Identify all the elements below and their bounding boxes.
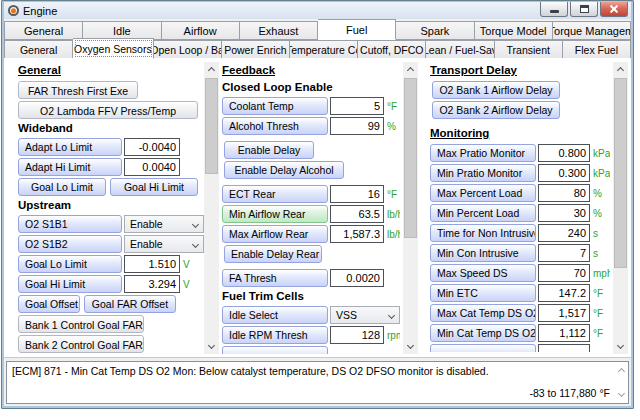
enable-delay-alcohol-button[interactable]: Enable Delay Alcohol: [224, 161, 344, 179]
bank2-control-goal-far-button[interactable]: Bank 2 Control Goal FAR: [18, 335, 144, 353]
min-percent-load-value[interactable]: 30: [538, 204, 590, 222]
max-airflow-rear-button[interactable]: Max Airflow Rear: [222, 225, 328, 243]
tab-transient[interactable]: Transient: [495, 40, 563, 59]
min-etc-button[interactable]: Min ETC: [430, 284, 536, 302]
max-cat-temp-ds-o2-button[interactable]: Max Cat Temp DS O2: [430, 304, 536, 322]
max-percent-load-value[interactable]: 80: [538, 184, 590, 202]
goal-lo-limit-value[interactable]: 1.510: [124, 255, 180, 273]
tab-exhaust[interactable]: Exhaust: [240, 21, 318, 40]
max-speed-ds-button[interactable]: Max Speed DS: [430, 264, 536, 282]
goal-hi-limit-value[interactable]: 3.294: [124, 275, 180, 293]
right-panel-scrollbar[interactable]: [613, 62, 628, 354]
enable-delay-button[interactable]: Enable Delay: [224, 141, 314, 159]
clipped-field-button[interactable]: [222, 346, 328, 354]
idle-select-button[interactable]: Idle Select: [222, 306, 328, 324]
o2-bank2-airflow-delay-button[interactable]: O2 Bank 2 Airflow Delay: [432, 101, 560, 119]
scroll-down-button[interactable]: [204, 339, 219, 354]
tab-fuel-general[interactable]: General: [4, 40, 73, 59]
min-airflow-rear-value[interactable]: 63.5: [330, 205, 384, 223]
adapt-lo-limit-button[interactable]: Adapt Lo Limit: [18, 138, 122, 156]
idle-select-select[interactable]: VSS: [330, 306, 400, 324]
min-con-intrusive-value[interactable]: 7: [538, 244, 590, 262]
o2-s1b1-button[interactable]: O2 S1B1: [18, 215, 122, 233]
status-scroll-up-button[interactable]: [617, 366, 625, 374]
idle-rpm-thresh-button[interactable]: Idle RPM Thresh: [222, 326, 328, 344]
far-thresh-first-exe-button[interactable]: FAR Thresh First Exe: [18, 81, 138, 99]
clipped-row[interactable]: [222, 346, 400, 354]
goal-hi-limit-button[interactable]: Goal Hi Limit: [110, 178, 198, 196]
tab-general[interactable]: General: [4, 21, 83, 40]
scrollbar-thumb[interactable]: [205, 78, 218, 174]
min-con-intrusive-button[interactable]: Min Con Intrusive: [430, 244, 536, 262]
scroll-up-button[interactable]: [204, 62, 219, 77]
tab-torque-management[interactable]: Torque Managem: [553, 21, 631, 40]
ect-rear-button[interactable]: ECT Rear: [222, 185, 328, 203]
tab-power-enrich[interactable]: Power Enrich: [222, 40, 290, 59]
coolant-temp-button[interactable]: Coolant Temp: [222, 97, 328, 115]
o2-lambda-ffv-press-temp-button[interactable]: O2 Lambda FFV Press/Temp: [18, 101, 198, 119]
max-percent-load-button[interactable]: Max Percent Load: [430, 184, 536, 202]
goal-lo-limit-button[interactable]: Goal Lo Limit: [18, 178, 106, 196]
goal-far-offset-button[interactable]: Goal FAR Offset: [84, 295, 176, 313]
minimize-button[interactable]: [540, 2, 568, 17]
tab-open-loop-base[interactable]: Open Loop / Ba: [154, 40, 222, 59]
enable-delay-rear-button[interactable]: Enable Delay Rear: [224, 245, 322, 263]
min-etc-value[interactable]: 147.2: [538, 284, 590, 302]
tab-lean-fuel-saver[interactable]: Lean / Fuel-Sav: [426, 40, 494, 59]
scroll-up-button[interactable]: [403, 62, 418, 77]
o2-s1b1-select[interactable]: Enable: [124, 215, 204, 233]
tab-airflow[interactable]: Airflow: [162, 21, 240, 40]
idle-rpm-thresh-value[interactable]: 128: [330, 326, 384, 344]
fa-thresh-button[interactable]: FA Thresh: [222, 269, 328, 287]
title-bar[interactable]: Engine: [4, 2, 631, 19]
left-panel-scrollbar[interactable]: [204, 62, 219, 354]
status-scroll-down-button[interactable]: [617, 390, 625, 398]
ect-rear-value[interactable]: 16: [330, 185, 384, 203]
close-button[interactable]: [600, 2, 628, 17]
adapt-lo-limit-value[interactable]: -0.0040: [124, 138, 180, 156]
o2-s1b2-button[interactable]: O2 S1B2: [18, 235, 122, 253]
tab-temperature-control[interactable]: Temperature Co: [290, 40, 358, 59]
max-pratio-monitor-value[interactable]: 0.800: [538, 144, 590, 162]
max-pratio-monitor-button[interactable]: Max Pratio Monitor: [430, 144, 536, 162]
tab-flex-fuel[interactable]: Flex Fuel: [563, 40, 631, 59]
alcohol-thresh-button[interactable]: Alcohol Thresh: [222, 117, 328, 135]
scroll-down-button[interactable]: [613, 339, 628, 354]
clipped-row[interactable]: [430, 344, 610, 352]
o2-bank1-airflow-delay-button[interactable]: O2 Bank 1 Airflow Delay: [432, 81, 560, 99]
min-cat-temp-ds-o2-button[interactable]: Min Cat Temp DS O2: [430, 324, 536, 342]
max-speed-ds-value[interactable]: 70: [538, 264, 590, 282]
min-airflow-rear-button[interactable]: Min Airflow Rear: [222, 205, 328, 223]
min-pratio-monitor-value[interactable]: 0.300: [538, 164, 590, 182]
bank1-control-goal-far-button[interactable]: Bank 1 Control Goal FAR: [18, 315, 144, 333]
alcohol-thresh-value[interactable]: 99: [330, 117, 384, 135]
scroll-up-button[interactable]: [613, 62, 628, 77]
scrollbar-thumb[interactable]: [404, 78, 417, 238]
time-for-non-intrusive-button[interactable]: Time for Non Intrusive: [430, 224, 536, 242]
tab-fuel[interactable]: Fuel: [318, 19, 396, 40]
middle-panel-scrollbar[interactable]: [403, 62, 418, 354]
clipped-field-value[interactable]: [538, 344, 590, 352]
scroll-down-button[interactable]: [403, 339, 418, 354]
o2-s1b2-select[interactable]: Enable: [124, 235, 204, 253]
goal-hi-limit-field-button[interactable]: Goal Hi Limit: [18, 275, 122, 293]
min-cat-temp-ds-o2-value[interactable]: 1,112: [538, 324, 590, 342]
tab-cutoff-dfco[interactable]: Cutoff, DFCO: [358, 40, 426, 59]
fa-thresh-value[interactable]: 0.0020: [330, 269, 384, 287]
adapt-hi-limit-button[interactable]: Adapt Hi Limit: [18, 158, 122, 176]
clipped-field-button[interactable]: [430, 344, 536, 352]
max-cat-temp-ds-o2-value[interactable]: 1,517: [538, 304, 590, 322]
goal-offset-button[interactable]: Goal Offset: [18, 295, 80, 313]
time-for-non-intrusive-value[interactable]: 240: [538, 224, 590, 242]
min-pratio-monitor-button[interactable]: Min Pratio Monitor: [430, 164, 536, 182]
tab-oxygen-sensors[interactable]: Oxygen Sensors: [73, 38, 153, 59]
min-percent-load-button[interactable]: Min Percent Load: [430, 204, 536, 222]
tab-spark[interactable]: Spark: [396, 21, 474, 40]
goal-lo-limit-field-button[interactable]: Goal Lo Limit: [18, 255, 122, 273]
coolant-temp-value[interactable]: 5: [330, 97, 384, 115]
tab-torque-model[interactable]: Torque Model: [475, 21, 553, 40]
scrollbar-thumb[interactable]: [614, 78, 627, 268]
adapt-hi-limit-value[interactable]: 0.0040: [124, 158, 180, 176]
maximize-button[interactable]: [570, 2, 598, 17]
max-airflow-rear-value[interactable]: 1,587.3: [330, 225, 384, 243]
